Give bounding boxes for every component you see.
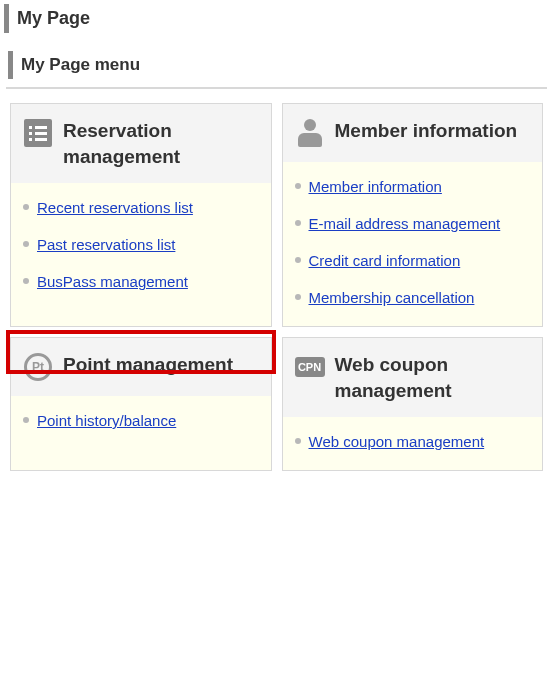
list-item: Point history/balance bbox=[23, 410, 259, 431]
list-item: Credit card information bbox=[295, 250, 531, 271]
link-point-history-balance[interactable]: Point history/balance bbox=[37, 410, 176, 431]
divider bbox=[6, 87, 547, 89]
card-header: Pt Point management bbox=[11, 338, 271, 396]
menu-title: My Page menu bbox=[21, 55, 553, 75]
card-body: Member information E-mail address manage… bbox=[283, 162, 543, 326]
list-item: Recent reservations list bbox=[23, 197, 259, 218]
card-title: Reservation management bbox=[63, 118, 259, 169]
card-header: Reservation management bbox=[11, 104, 271, 183]
list-item: Membership cancellation bbox=[295, 287, 531, 308]
list-item: E-mail address management bbox=[295, 213, 531, 234]
bullet-icon bbox=[295, 183, 301, 189]
list-item: Web coupon management bbox=[295, 431, 531, 452]
card-body: Web coupon management bbox=[283, 417, 543, 470]
link-credit-card-information[interactable]: Credit card information bbox=[309, 250, 461, 271]
link-past-reservations[interactable]: Past reservations list bbox=[37, 234, 175, 255]
card-title: Web coupon management bbox=[335, 352, 531, 403]
bullet-icon bbox=[295, 294, 301, 300]
card-header: CPN Web coupon management bbox=[283, 338, 543, 417]
bullet-icon bbox=[23, 417, 29, 423]
bullet-icon bbox=[295, 220, 301, 226]
bullet-icon bbox=[23, 278, 29, 284]
page-root: My Page My Page menu Reservation managem… bbox=[0, 4, 553, 471]
card-grid: Reservation management Recent reservatio… bbox=[0, 103, 553, 471]
link-member-information[interactable]: Member information bbox=[309, 176, 442, 197]
card-reservation-management: Reservation management Recent reservatio… bbox=[10, 103, 272, 327]
page-title-bar: My Page bbox=[4, 4, 553, 33]
link-web-coupon-management[interactable]: Web coupon management bbox=[309, 431, 485, 452]
bullet-icon bbox=[23, 204, 29, 210]
bullet-icon bbox=[23, 241, 29, 247]
list-item: BusPass management bbox=[23, 271, 259, 292]
page-title: My Page bbox=[17, 8, 553, 29]
card-title: Point management bbox=[63, 352, 233, 378]
list-item: Member information bbox=[295, 176, 531, 197]
menu-title-bar: My Page menu bbox=[8, 51, 553, 79]
bullet-icon bbox=[295, 257, 301, 263]
card-web-coupon-management: CPN Web coupon management Web coupon man… bbox=[282, 337, 544, 471]
bullet-icon bbox=[295, 438, 301, 444]
link-membership-cancellation[interactable]: Membership cancellation bbox=[309, 287, 475, 308]
card-body: Point history/balance bbox=[11, 396, 271, 470]
card-title: Member information bbox=[335, 118, 518, 144]
link-email-address-management[interactable]: E-mail address management bbox=[309, 213, 501, 234]
card-header: Member information bbox=[283, 104, 543, 162]
point-icon: Pt bbox=[23, 352, 53, 382]
list-item: Past reservations list bbox=[23, 234, 259, 255]
list-icon bbox=[23, 118, 53, 148]
coupon-icon: CPN bbox=[295, 352, 325, 382]
link-recent-reservations[interactable]: Recent reservations list bbox=[37, 197, 193, 218]
card-point-management: Pt Point management Point history/balanc… bbox=[10, 337, 272, 471]
card-member-information: Member information Member information E-… bbox=[282, 103, 544, 327]
link-buspass-management[interactable]: BusPass management bbox=[37, 271, 188, 292]
card-body: Recent reservations list Past reservatio… bbox=[11, 183, 271, 326]
person-icon bbox=[295, 118, 325, 148]
